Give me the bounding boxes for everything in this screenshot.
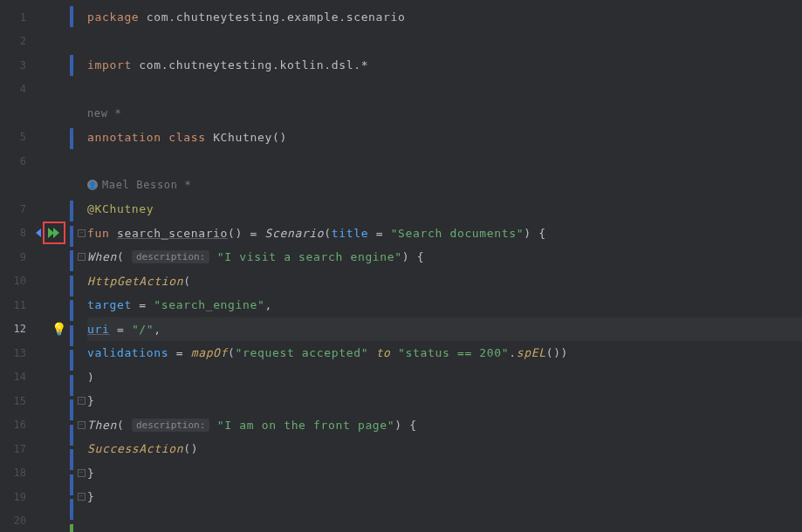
line-number[interactable]: 15 [0,389,38,413]
vcs-modified-marker[interactable] [70,399,73,420]
vcs-modified-marker[interactable] [70,226,73,247]
line-number[interactable]: 5 [0,126,38,150]
code-line[interactable] [87,78,802,102]
overrides-icon [36,228,41,237]
run-gutter-highlight[interactable] [43,222,65,244]
code-line[interactable]: When( description: "I visit a search eng… [87,245,802,269]
author-icon: 👤 [87,180,98,190]
line-number[interactable]: 10 [0,269,38,294]
vcs-modified-marker[interactable] [70,449,73,470]
fold-toggle-icon[interactable]: − [78,469,86,477]
fold-column: − − − − − − [75,0,87,532]
line-number[interactable]: 7 [0,197,38,222]
param-hint: description: [132,250,209,263]
code-line[interactable]: } [87,389,802,413]
line-number[interactable]: 9 [0,245,38,269]
line-number[interactable]: 6 [0,149,38,174]
inlay-hint-author[interactable]: 👤Mael Besson * [87,174,802,198]
line-number[interactable]: 2 [0,30,38,54]
vcs-modified-marker[interactable] [70,300,73,321]
code-line[interactable]: fun search_scenario() = Scenario(title =… [87,222,802,246]
vcs-modified-marker[interactable] [70,55,73,76]
code-line[interactable]: annotation class KChutney() [87,126,802,150]
fold-toggle-icon[interactable]: − [78,397,86,405]
inlay-spacer [0,101,38,126]
line-number[interactable]: 19 [0,485,38,509]
vcs-modified-marker[interactable] [70,425,73,446]
vcs-modified-marker[interactable] [70,128,73,149]
code-editor: 1 2 3 4 5 6 7 8 9 10 11 12 13 14 15 16 1… [0,0,802,532]
line-number[interactable]: 18 [0,461,38,486]
fold-toggle-icon[interactable]: − [78,493,86,501]
vcs-modified-marker[interactable] [70,201,73,222]
line-number-gutter: 1 2 3 4 5 6 7 8 9 10 11 12 13 14 15 16 1… [0,0,38,532]
vcs-modified-marker[interactable] [70,250,73,271]
code-line[interactable]: target = "search_engine", [87,293,802,317]
code-line[interactable] [87,509,802,533]
line-number[interactable]: 17 [0,437,38,461]
line-number-current[interactable]: 12 [0,317,38,342]
code-line[interactable]: validations = mapOf("request accepted" t… [87,341,802,365]
line-number[interactable]: 3 [0,53,38,78]
line-number[interactable]: 13 [0,341,38,365]
vcs-modified-marker[interactable] [70,375,73,396]
vcs-modified-marker[interactable] [70,499,73,520]
code-line-current[interactable]: uri = "/", [87,317,802,342]
line-number[interactable]: 14 [0,365,38,390]
intention-bulb-icon[interactable]: 💡 [51,322,66,336]
vcs-modified-marker[interactable] [70,6,73,27]
vcs-modified-marker[interactable] [70,325,73,346]
code-content[interactable]: package com.chutneytesting.example.scena… [87,0,802,532]
line-number[interactable]: 8 [0,222,38,246]
run-icon [53,228,59,238]
code-line[interactable]: ) [87,365,802,390]
vcs-added-marker[interactable] [70,524,73,533]
fold-toggle-icon[interactable]: − [78,229,86,237]
gutter-marker-column: 💡 [38,0,70,532]
code-line[interactable] [87,149,802,174]
code-line[interactable]: Then( description: "I am on the front pa… [87,413,802,438]
line-number[interactable]: 20 [0,509,38,533]
inlay-spacer [0,174,38,198]
fold-toggle-icon[interactable]: − [78,421,86,429]
code-line[interactable]: import com.chutneytesting.kotlin.dsl.* [87,53,802,78]
inlay-hint-vcs[interactable]: new * [87,101,802,126]
code-line[interactable]: @KChutney [87,197,802,222]
vcs-modified-marker[interactable] [70,350,73,371]
code-line[interactable]: package com.chutneytesting.example.scena… [87,5,802,30]
line-number[interactable]: 11 [0,293,38,317]
code-line[interactable]: } [87,485,802,509]
code-line[interactable]: } [87,461,802,486]
code-line[interactable] [87,30,802,54]
param-hint: description: [132,419,209,432]
code-line[interactable]: SuccessAction() [87,437,802,461]
fold-toggle-icon[interactable]: − [78,253,86,261]
vcs-modified-marker[interactable] [70,474,73,495]
vcs-modified-marker[interactable] [70,276,73,297]
line-number[interactable]: 1 [0,5,38,30]
line-number[interactable]: 16 [0,413,38,438]
code-line[interactable]: HttpGetAction( [87,269,802,294]
line-number[interactable]: 4 [0,78,38,102]
